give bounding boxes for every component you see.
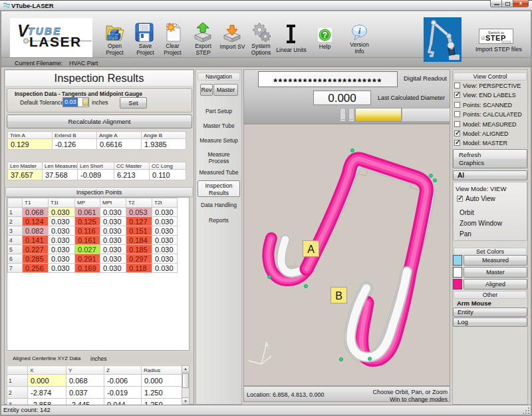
svg-text:?: ? <box>323 31 327 40</box>
svg-text:LASER: LASER <box>29 34 82 49</box>
svg-text:i: i <box>358 26 361 36</box>
